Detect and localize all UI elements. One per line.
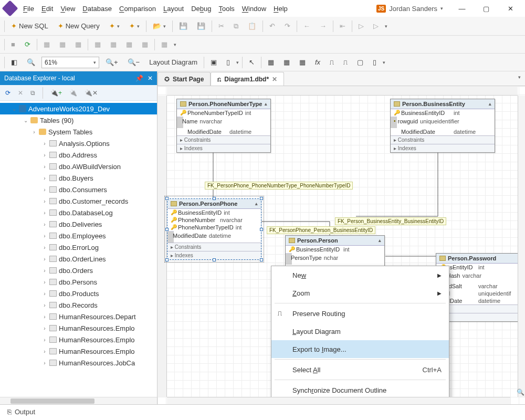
disconnect-button[interactable]: 🔌✕ [85, 89, 98, 97]
tree-table-item[interactable]: ›dbo.Consumers [0, 184, 157, 195]
tool-ico-1[interactable]: ▦ [40, 38, 53, 50]
undo-button[interactable]: ↶ [266, 20, 278, 32]
menu-layout[interactable]: Layout [160, 3, 187, 15]
tool-ico-5[interactable]: ▦ [107, 38, 120, 50]
nav-back-button[interactable]: ← [300, 20, 313, 32]
tool-ico-2[interactable]: ▦ [56, 38, 69, 50]
nav-forward-button[interactable]: → [317, 20, 330, 32]
tree-table-item[interactable]: ›Analysis.Options [0, 138, 157, 149]
entity-person-phone[interactable]: Person.PersonPhone▴ 🔑BusinessEntityIDint… [167, 198, 261, 260]
menu-help[interactable]: Help [270, 3, 291, 15]
note-button[interactable]: ▯ [223, 56, 233, 68]
tree-table-item[interactable]: ›dbo.AWBuildVersion [0, 161, 157, 172]
user-badge[interactable]: JS Jordan Sanders ▾ [376, 5, 443, 13]
menu-file[interactable]: File [20, 3, 37, 15]
canvas-search-icon[interactable]: 🔍 [517, 388, 524, 396]
ctx-sync-outline[interactable]: Synchronize Document Outline [271, 381, 449, 399]
refresh-explorer-button[interactable]: ⟳ [5, 89, 10, 97]
menu-edit[interactable]: Edit [38, 3, 56, 15]
output-panel-tab[interactable]: ⎘ Output [0, 404, 525, 419]
tool-ico-7[interactable]: ▦ [139, 38, 151, 50]
layout-diagram-button[interactable]: Layout Diagram [146, 56, 201, 68]
zoom-out-button[interactable]: 🔍− [124, 56, 143, 68]
tree-table-item[interactable]: ›HumanResources.JobCa [0, 357, 157, 369]
tree-system-tables[interactable]: ›System Tables [0, 126, 157, 138]
ctx-select-all[interactable]: Select AllCtrl+A [271, 361, 449, 379]
connect-button[interactable]: 🔌 [69, 89, 77, 97]
tree-table-item[interactable]: ›dbo.Buyers [0, 172, 157, 184]
outdent-button[interactable]: ⇤ [337, 20, 349, 32]
open-button[interactable]: 📂▾ [150, 20, 169, 32]
save-all-button[interactable]: 💾 [194, 20, 208, 32]
group-button[interactable]: ▣ [207, 56, 220, 68]
entity-phone-number-type[interactable]: Person.PhoneNumberType▴ 🔑PhoneNumberType… [176, 99, 271, 153]
new-item-button[interactable]: ✦▾ [106, 20, 123, 32]
tool-ico-3[interactable]: ▦ [72, 38, 85, 50]
copy-button[interactable]: ⧉ [230, 20, 242, 33]
canvas-scrollbar-h[interactable] [167, 397, 510, 404]
select-tool-button[interactable]: ↖ [246, 56, 258, 68]
fk-label-1[interactable]: FK_PersonPhone_PhoneNumberType_PhoneNumb… [205, 182, 353, 190]
pin-icon[interactable]: 📌 [135, 75, 143, 82]
menu-debug[interactable]: Debug [188, 3, 214, 15]
delete-button[interactable]: ✕ [18, 89, 23, 97]
menu-comparison[interactable]: Comparison [116, 3, 159, 15]
tree-table-item[interactable]: ›HumanResources.Emplo [0, 322, 157, 334]
new-sql-button[interactable]: ✦New SQL [8, 20, 51, 32]
menu-tools[interactable]: Tools [215, 3, 237, 15]
menu-database[interactable]: Database [79, 3, 115, 15]
toolbar3-overflow-icon[interactable]: ▾ [383, 60, 385, 65]
tree-table-item[interactable]: ›dbo.Orders [0, 265, 157, 276]
tree-table-item[interactable]: ›dbo.Persons [0, 276, 157, 288]
view-tool-button[interactable]: ▦ [280, 56, 293, 68]
tabs-overflow-icon[interactable]: ▾ [518, 75, 521, 80]
fk-label-2[interactable]: FK_PersonPhone_Person_BusinessEntityID [267, 226, 375, 234]
window-minimize-button[interactable]: — [450, 1, 474, 16]
menu-view[interactable]: View [57, 3, 78, 15]
tree-table-item[interactable]: ›dbo.OrderLines [0, 253, 157, 265]
tree-db-node[interactable]: ⌄AdventureWorks2019_Dev [0, 103, 157, 114]
new-query-button[interactable]: ✦New Query [55, 20, 103, 32]
tree-table-item[interactable]: ›dbo.Customer_records [0, 195, 157, 207]
tool-ico-8[interactable]: ▦ [158, 38, 171, 50]
stamp-tool-button[interactable]: ▯ [370, 56, 380, 68]
copy-tree-button[interactable]: ⧉ [30, 89, 35, 97]
tree-table-item[interactable]: ›dbo.DatabaseLog [0, 207, 157, 218]
close-tab-icon[interactable]: ✕ [272, 76, 277, 83]
tab-diagram[interactable]: ⎌Diagram1.dbd*✕ [211, 72, 284, 86]
explorer-scrollbar-h[interactable] [0, 397, 157, 404]
explorer-header[interactable]: Database Explorer - local 📌 ✕ [0, 71, 157, 85]
entity-business-entity[interactable]: Person.BusinessEntity▴ 🔑BusinessEntityID… [390, 99, 495, 153]
diagram-canvas[interactable]: Person.PhoneNumberType▴ 🔑PhoneNumberType… [158, 86, 525, 404]
toolbar-overflow-icon[interactable]: ▾ [385, 24, 387, 29]
tree-table-item[interactable]: ›dbo.Deliveries [0, 218, 157, 230]
window-close-button[interactable]: ✕ [499, 1, 522, 16]
menu-window[interactable]: Window [239, 3, 269, 15]
run-button[interactable]: ▷ [355, 20, 367, 32]
save-button[interactable]: 💾 [176, 20, 191, 32]
redo-button[interactable]: ↷ [281, 20, 293, 32]
table-tool-button[interactable]: ▦ [265, 56, 277, 68]
refresh-button[interactable]: ⟳ [22, 38, 34, 50]
ctx-export-image[interactable]: Export to Image... [271, 340, 449, 358]
new-connection-button[interactable]: 🔌+ [50, 89, 62, 97]
stop-button[interactable]: ■ [8, 38, 18, 50]
ctx-zoom[interactable]: Zoom▶ [271, 284, 449, 302]
zoom-combo[interactable]: 61%▾ [41, 57, 99, 68]
tree-table-item[interactable]: ›dbo.Records [0, 299, 157, 311]
fit-button[interactable]: ◧ [8, 56, 20, 68]
search-button[interactable]: 🔍 [24, 56, 38, 68]
paste-button[interactable]: 📋 [245, 20, 259, 32]
ctx-layout-diagram[interactable]: Layout Diagram [271, 322, 449, 340]
tool-ico-4[interactable]: ▦ [91, 38, 104, 50]
tree-table-item[interactable]: ›HumanResources.Emplo [0, 334, 157, 345]
rel-tool-1-button[interactable]: ⎍ [327, 56, 337, 68]
zoom-in-button[interactable]: 🔍+ [102, 56, 121, 68]
close-icon[interactable]: ✕ [148, 75, 153, 82]
new-doc-button[interactable]: ✦▾ [126, 20, 143, 32]
canvas-scrollbar-v[interactable] [518, 96, 525, 397]
ctx-new[interactable]: New▶ [271, 266, 449, 284]
proc-tool-button[interactable]: ▦ [296, 56, 309, 68]
tree-table-item[interactable]: ›dbo.Employees [0, 230, 157, 242]
toolbar2-overflow-icon[interactable]: ▾ [174, 42, 176, 47]
